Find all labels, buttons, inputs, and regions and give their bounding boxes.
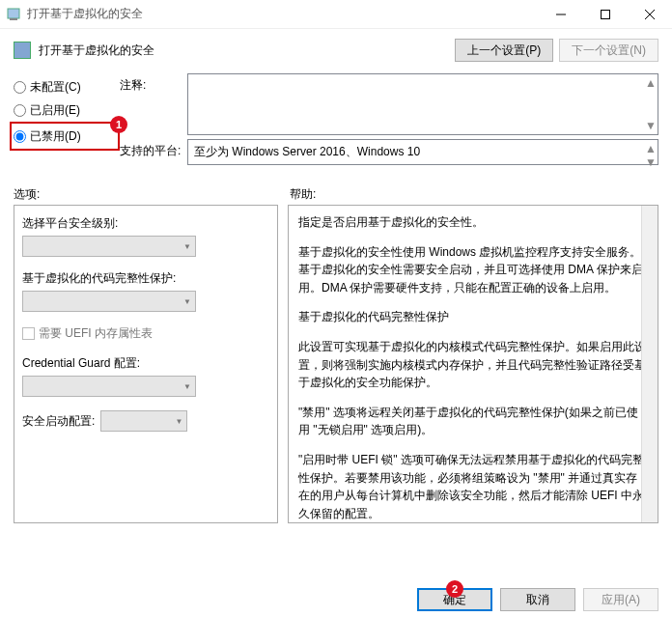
comment-textarea[interactable]: ▲▼: [187, 73, 658, 135]
maximize-button[interactable]: [583, 0, 628, 29]
options-pane: 选择平台安全级别: ▼ 基于虚拟化的代码完整性保护: ▼ 需要 UEFI 内存属…: [14, 205, 278, 523]
svg-rect-0: [8, 9, 19, 18]
options-heading: 选项:: [14, 186, 290, 203]
header: 打开基于虚拟化的安全 上一个设置(P) 下一个设置(N): [0, 29, 672, 66]
radio-not-configured-label: 未配置(C): [30, 79, 81, 96]
radio-enabled-input[interactable]: [14, 104, 26, 117]
comment-label: 注释:: [120, 73, 187, 135]
radio-enabled-label: 已启用(E): [30, 102, 80, 119]
uefi-checkbox[interactable]: [22, 327, 35, 340]
window-title: 打开基于虚拟化的安全: [27, 6, 539, 22]
close-button[interactable]: [628, 0, 672, 29]
uefi-checkbox-row[interactable]: 需要 UEFI 内存属性表: [22, 325, 269, 342]
uefi-checkbox-label: 需要 UEFI 内存属性表: [39, 325, 153, 342]
annotation-highlight-1: 已禁用(D) 1: [10, 122, 120, 151]
platform-box: 至少为 Windows Server 2016、Windows 10 ▲▼: [187, 139, 658, 165]
state-radio-group: 未配置(C) 已启用(E) 已禁用(D) 1: [14, 73, 120, 169]
help-scrollbar[interactable]: [641, 206, 658, 522]
help-p1: 指定是否启用基于虚拟化的安全性。: [298, 213, 648, 232]
platform-label: 支持的平台:: [120, 139, 187, 165]
dialog-buttons: 确定 2 取消 应用(A): [417, 588, 658, 611]
help-p3: 基于虚拟化的代码完整性保护: [298, 308, 648, 326]
chevron-down-icon: ▼: [183, 297, 191, 306]
annotation-badge-1: 1: [110, 116, 127, 133]
credential-guard-combo[interactable]: ▼: [22, 376, 196, 397]
ok-button[interactable]: 确定 2: [417, 588, 492, 611]
platform-scroll: ▲▼: [646, 142, 656, 162]
policy-icon: [14, 42, 31, 59]
help-heading: 帮助:: [290, 186, 316, 203]
help-p2: 基于虚拟化的安全性使用 Windows 虚拟机监控程序支持安全服务。基于虚拟化的…: [298, 243, 648, 297]
radio-not-configured-input[interactable]: [14, 81, 26, 94]
minimize-button[interactable]: [539, 0, 583, 29]
radio-disabled-input[interactable]: [14, 130, 26, 143]
radio-disabled-label: 已禁用(D): [30, 128, 81, 145]
svg-rect-3: [602, 10, 610, 18]
chevron-down-icon: ▼: [183, 382, 191, 391]
chevron-down-icon: ▼: [183, 242, 191, 251]
credential-guard-label: Credential Guard 配置:: [22, 355, 269, 372]
secure-boot-combo[interactable]: ▼: [100, 410, 187, 432]
help-pane: 指定是否启用基于虚拟化的安全性。 基于虚拟化的安全性使用 Windows 虚拟机…: [288, 205, 658, 523]
annotation-badge-2: 2: [446, 580, 463, 598]
comment-scroll: ▲▼: [646, 76, 656, 132]
secure-boot-label: 安全启动配置:: [22, 413, 95, 430]
code-integrity-label: 基于虚拟化的代码完整性保护:: [22, 270, 269, 287]
platform-security-label: 选择平台安全级别:: [22, 215, 269, 232]
radio-disabled[interactable]: 已禁用(D): [14, 125, 116, 148]
titlebar: 打开基于虚拟化的安全: [0, 0, 672, 29]
page-title: 打开基于虚拟化的安全: [39, 42, 455, 59]
help-p6: "启用时带 UEFI 锁" 选项可确保无法远程禁用基于虚拟化的代码完整性保护。若…: [298, 451, 648, 522]
apply-button: 应用(A): [583, 588, 658, 611]
help-p4: 此设置可实现基于虚拟化的内核模式代码完整性保护。如果启用此设置，则将强制实施内核…: [298, 338, 648, 392]
chevron-down-icon: ▼: [175, 417, 182, 426]
help-p5: "禁用" 选项将远程关闭基于虚拟化的代码完整性保护(如果之前已使用 "无锁启用"…: [298, 404, 648, 439]
radio-not-configured[interactable]: 未配置(C): [14, 75, 120, 98]
previous-setting-button[interactable]: 上一个设置(P): [455, 39, 553, 62]
next-setting-button: 下一个设置(N): [559, 39, 658, 62]
code-integrity-combo[interactable]: ▼: [22, 291, 196, 312]
platform-security-combo[interactable]: ▼: [22, 236, 196, 257]
platform-value: 至少为 Windows Server 2016、Windows 10: [194, 144, 420, 160]
svg-rect-1: [10, 18, 17, 20]
app-icon: [6, 7, 21, 22]
cancel-button[interactable]: 取消: [500, 588, 575, 611]
radio-enabled[interactable]: 已启用(E): [14, 98, 120, 122]
